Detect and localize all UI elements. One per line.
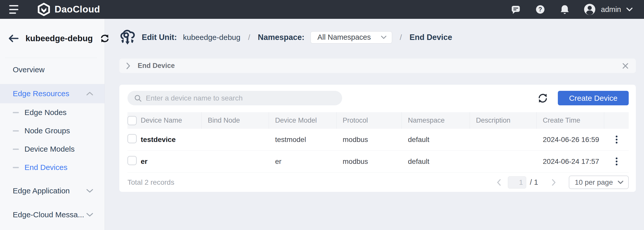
select-all-checkbox[interactable] <box>127 116 137 125</box>
brand-name: DaoCloud <box>55 4 100 15</box>
unit-name: kubeedge-debug <box>183 33 240 42</box>
col-namespace: Namespace <box>402 112 470 129</box>
page-size-select[interactable]: 10 per page <box>569 176 629 189</box>
search-input[interactable] <box>146 94 336 102</box>
menu-icon[interactable] <box>9 5 20 14</box>
refresh-icon[interactable] <box>537 92 549 104</box>
table-row: er er modbus default 2024-06-24 17:57 <box>127 151 629 172</box>
daocloud-cube-icon <box>37 3 50 16</box>
prev-page-icon[interactable] <box>495 178 503 187</box>
chat-icon[interactable] <box>510 4 521 15</box>
total-records: Total 2 records <box>127 178 174 186</box>
unit-title: kubeedge-debug <box>25 34 93 43</box>
namespace-label: Namespace: <box>258 33 304 42</box>
page-title: End Device <box>409 33 452 42</box>
chevron-up-icon <box>86 92 93 96</box>
kebab-menu-icon[interactable] <box>613 155 620 167</box>
cell-device-name: er <box>141 157 202 166</box>
brand-logo: DaoCloud <box>37 3 100 16</box>
col-create-time: Create Time <box>537 112 604 129</box>
col-device-name: Device Name <box>141 112 202 129</box>
sidebar-group-edge-resources[interactable]: Edge Resources <box>0 84 105 103</box>
chevron-down-icon <box>381 35 387 39</box>
dash-icon <box>13 167 19 168</box>
table-row: testdevice testmodel modbus default 2024… <box>127 129 629 151</box>
kebab-menu-icon[interactable] <box>613 134 620 146</box>
chevron-down-icon <box>86 213 93 217</box>
topbar: DaoCloud ? <box>0 0 644 19</box>
end-device-panel-bar: End Device <box>119 59 636 73</box>
username: admin <box>601 5 621 14</box>
sidebar-item-edge-nodes[interactable]: Edge Nodes <box>0 103 105 122</box>
row-checkbox[interactable] <box>127 156 137 165</box>
device-table: Device Name Bind Node Device Model Proto… <box>127 112 629 192</box>
chevron-down-icon <box>626 7 633 11</box>
col-device-model: Device Model <box>269 112 337 129</box>
sidebar: kubeedge-debug Overview Edge Resources <box>0 19 105 230</box>
back-arrow-icon[interactable] <box>8 34 19 43</box>
svg-text:?: ? <box>538 6 542 13</box>
sidebar-item-end-devices[interactable]: End Devices <box>0 158 105 177</box>
avatar-icon <box>584 3 596 16</box>
namespace-select[interactable]: All Namespaces <box>311 31 392 44</box>
bell-icon[interactable] <box>559 4 570 15</box>
chevron-right-icon[interactable] <box>126 62 131 69</box>
cell-create-time: 2024-06-24 17:57 <box>537 157 604 166</box>
col-description: Description <box>470 112 537 129</box>
cell-namespace: default <box>402 157 470 166</box>
chevron-down-icon <box>86 189 93 193</box>
cell-protocol: modbus <box>337 136 402 144</box>
chevron-down-icon <box>617 180 624 184</box>
edit-unit-label: Edit Unit: <box>142 33 177 42</box>
sidebar-group-edge-application[interactable]: Edge Application <box>0 181 105 200</box>
page-number-input[interactable] <box>508 176 526 189</box>
search-icon <box>134 94 142 102</box>
page-count: / 1 <box>530 178 538 186</box>
cell-device-model: testmodel <box>269 136 337 144</box>
dash-icon <box>13 149 19 150</box>
sidebar-item-device-models[interactable]: Device Models <box>0 140 105 158</box>
col-protocol: Protocol <box>337 112 402 129</box>
search-box <box>127 91 342 105</box>
close-icon[interactable] <box>622 63 629 69</box>
table-header-row: Device Name Bind Node Device Model Proto… <box>127 112 629 129</box>
panel-title: End Device <box>138 62 615 70</box>
next-page-icon[interactable] <box>549 178 558 187</box>
table-footer: Total 2 records / 1 10 per page <box>127 172 629 192</box>
sidebar-group-edge-cloud-message[interactable]: Edge-Cloud Messa... <box>0 205 105 224</box>
device-list-card: Create Device Device Name Bind Node Devi… <box>119 85 636 192</box>
col-bind-node: Bind Node <box>202 112 269 129</box>
help-icon[interactable]: ? <box>535 4 546 15</box>
breadcrumb: Edit Unit: kubeedge-debug / Namespace: A… <box>119 24 636 51</box>
sidebar-item-node-groups[interactable]: Node Groups <box>0 122 105 140</box>
dash-icon <box>13 130 19 132</box>
sidebar-item-overview[interactable]: Overview <box>0 60 105 79</box>
col-actions <box>604 112 629 129</box>
cell-device-name: testdevice <box>141 136 202 144</box>
cell-protocol: modbus <box>337 157 402 166</box>
cell-device-model: er <box>269 157 337 166</box>
main-content: Edit Unit: kubeedge-debug / Namespace: A… <box>105 19 644 230</box>
cell-create-time: 2024-06-26 16:59 <box>537 136 604 144</box>
create-device-button[interactable]: Create Device <box>558 91 629 105</box>
row-checkbox[interactable] <box>127 134 137 143</box>
user-menu[interactable]: admin <box>584 3 633 16</box>
kubeedge-logo-icon <box>119 28 136 47</box>
cell-namespace: default <box>402 136 470 144</box>
dash-icon <box>13 112 19 113</box>
